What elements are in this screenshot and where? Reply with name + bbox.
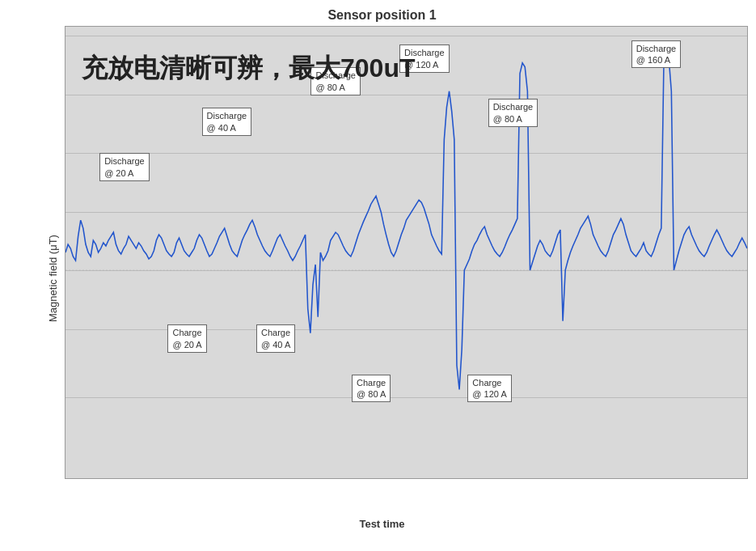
x-tick-35: 15:33:24: [555, 478, 563, 479]
x-tick-47: 15:37:06: [719, 478, 726, 479]
x-tick-6: 15:23:51: [160, 478, 167, 479]
x-tick-29: 15:31:33: [474, 478, 481, 479]
annotation-charge-120a: Charge@ 120 A: [467, 375, 511, 403]
annotation-discharge-20a: Discharge@ 20 A: [99, 153, 150, 181]
x-tick-33: 15:32:47: [528, 478, 535, 479]
x-tick-25: 15:30:01: [419, 478, 426, 479]
annotation-discharge-160a: Discharge@ 160 A: [631, 40, 682, 69]
x-tick-40: 15:34:57: [623, 478, 631, 479]
x-tick-7: 15:24:09: [174, 478, 181, 479]
x-tick-14: 15:26:19: [269, 478, 277, 479]
x-tick-48: 15:37:25: [733, 478, 740, 479]
chart-svg: [65, 27, 747, 478]
x-tick-3: 15:22:55: [119, 478, 126, 479]
x-tick-5: 15:23:32: [146, 478, 154, 479]
x-tick-28: 15:30:56: [460, 478, 467, 479]
x-tick-36: 15:33:43: [569, 478, 577, 479]
x-tick-11: 15:25:23: [228, 478, 235, 479]
x-tick-44: 15:36:11: [678, 478, 685, 479]
x-tick-31: 15:32:10: [500, 478, 508, 479]
x-axis-ticks: 15:22:00 15:22:18 15:22:37 15:22:55 15:2…: [65, 478, 747, 479]
x-tick-22: 15:29:05: [378, 478, 385, 479]
watermark: 充放电清晰可辨，最大700uT: [82, 51, 415, 87]
x-tick-9: 15:24:46: [201, 478, 208, 479]
x-tick-41: 15:35:15: [637, 478, 644, 479]
x-tick-37: 15:34:01: [582, 478, 589, 479]
x-tick-4: 15:23:14: [133, 478, 140, 479]
x-tick-42: 15:35:34: [651, 478, 658, 479]
x-tick-43: 15:35:52: [665, 478, 672, 479]
annotation-charge-80a: Charge@ 80 A: [352, 375, 391, 403]
x-tick-10: 15:25:05: [214, 478, 222, 479]
x-tick-32: 15:32:29: [514, 478, 522, 479]
x-tick-21: 15:28:47: [365, 478, 372, 479]
x-tick-20: 15:28:28: [351, 478, 358, 479]
x-tick-1: 15:22:18: [91, 478, 99, 479]
annotation-discharge-80a-2: Discharge@ 80 A: [488, 99, 538, 127]
chart-container: Sensor position 1 Magnetic field (μT) 充放…: [0, 0, 756, 551]
x-tick-38: 15:34:20: [596, 478, 603, 479]
x-tick-2: 15:22:37: [105, 478, 112, 479]
y-axis-label: Magnetic field (μT): [47, 235, 59, 322]
x-tick-26: 15:30:19: [433, 478, 440, 479]
x-tick-12: 15:25:42: [242, 478, 249, 479]
x-tick-0: 15:22:00: [78, 478, 86, 479]
chart-area: 充放电清晰可辨，最大700uT 800.00 600.00 400.00 200…: [65, 26, 748, 479]
x-axis-label: Test time: [16, 518, 748, 530]
x-tick-15: 15:26:56: [282, 478, 289, 479]
x-tick-46: 15:36:48: [705, 478, 712, 479]
annotation-charge-20a: Charge@ 20 A: [167, 324, 206, 353]
x-tick-17: 15:27:33: [310, 478, 317, 479]
x-tick-13: 15:26:00: [256, 478, 263, 479]
x-tick-18: 15:27:51: [323, 478, 331, 479]
x-tick-34: 15:33:06: [542, 478, 549, 479]
x-tick-19: 15:28:10: [337, 478, 344, 479]
annotation-charge-40a: Charge@ 40 A: [256, 324, 295, 353]
x-tick-23: 15:29:24: [391, 478, 399, 479]
x-tick-8: 15:24:28: [187, 478, 194, 479]
x-tick-16: 15:27:14: [296, 478, 303, 479]
x-tick-30: 15:31:52: [487, 478, 494, 479]
x-tick-27: 15:30:38: [446, 478, 454, 479]
chart-title: Sensor position 1: [16, 8, 748, 23]
x-tick-39: 15:34:38: [610, 478, 617, 479]
x-tick-45: 15:36:29: [691, 478, 699, 479]
x-tick-24: 15:29:42: [405, 478, 412, 479]
annotation-discharge-40a: Discharge@ 40 A: [202, 108, 252, 136]
